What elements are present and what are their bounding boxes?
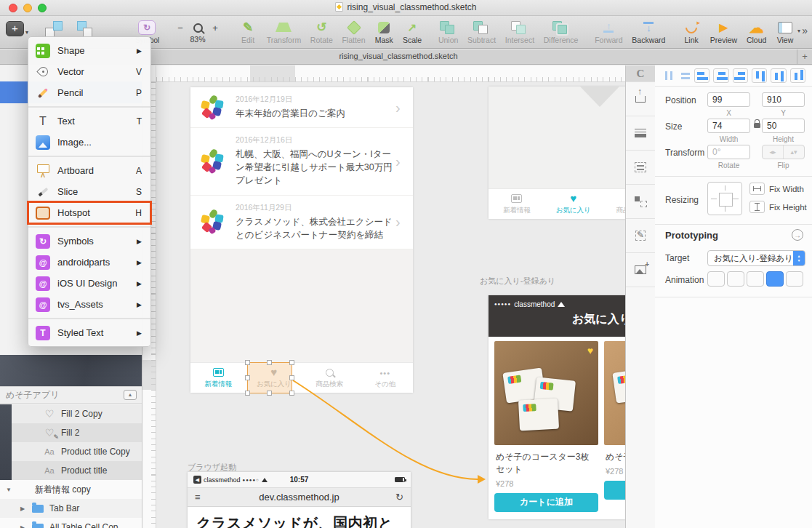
toolbar-item[interactable]: Scale [403, 20, 422, 47]
news-list-cell[interactable]: 2016年12月16日 札幌、大阪、福岡へのUターン・Iターン希望者に引越しサポ… [190, 128, 413, 195]
insert-menu-item[interactable]: tvs_Assets ▶ [28, 294, 150, 315]
notes-tool-button[interactable] [626, 151, 655, 185]
artboard-news-list[interactable]: 2016年12月19日 年末年始の営業日のご案内 › 2016年12月16日 札… [190, 87, 413, 393]
product-card[interactable]: めそ子 ¥278 [604, 341, 625, 512]
artboard-favorites-filled[interactable]: ●●●●● classmethod 9:41 AM お気に入り ♥ めそ子のコー… [489, 295, 625, 519]
url-text[interactable]: dev.classmethod.jp [188, 492, 411, 503]
layer-row[interactable]: ▶ All Table Cell Cop... [0, 518, 142, 528]
align-bottom-button[interactable] [790, 68, 805, 83]
component-tool-button[interactable]: C [626, 65, 655, 82]
disclosure-triangle-icon[interactable]: ▶ [20, 524, 32, 528]
insert-menu-item[interactable]: Hotspot H [28, 202, 150, 223]
toolbar-item[interactable]: Backward [632, 20, 665, 47]
tab-bar-item[interactable]: その他 [358, 363, 414, 393]
tab-bar-item[interactable]: 新着情報 [489, 189, 545, 219]
export-tool-button[interactable] [626, 82, 655, 116]
toolbar-item[interactable]: Rotate [310, 20, 333, 47]
disclosure-triangle-icon[interactable]: ▼ [6, 487, 17, 493]
animation-direction-button[interactable] [786, 271, 803, 287]
resize-handle[interactable] [245, 391, 250, 396]
tab-bar-item[interactable]: 商品検索 [302, 363, 358, 393]
resize-handle[interactable] [245, 375, 250, 380]
position-y-input[interactable]: 910 [762, 92, 805, 107]
flip-vertical-button[interactable]: ▴▾ [783, 145, 804, 159]
browser-url-bar[interactable]: ≡ dev.classmethod.jp ↻ [188, 487, 411, 507]
rotate-input[interactable]: 0° [707, 145, 750, 159]
animation-direction-button[interactable] [766, 271, 784, 287]
insert-menu-item[interactable]: Slice S [28, 181, 150, 202]
layer-row[interactable]: ▶ Tab Bar [0, 499, 142, 518]
add-image-tool-button[interactable] [626, 253, 655, 287]
group-button[interactable] [45, 21, 64, 37]
toolbar-item[interactable]: Preview [710, 20, 737, 47]
animation-direction-button[interactable] [727, 271, 744, 287]
hotspot-selection[interactable] [247, 362, 292, 393]
resizing-diagram-button[interactable] [707, 182, 742, 215]
align-left-button[interactable] [694, 68, 710, 83]
distribute-vertically-icon[interactable] [678, 70, 691, 81]
target-dropdown[interactable]: お気に入り-登録あり ▲▼ [707, 250, 805, 266]
insert-menu-item[interactable]: Shape ▶ [28, 40, 150, 61]
zoom-in-button[interactable]: + [212, 23, 219, 33]
canvas[interactable]: 2016年12月19日 年末年始の営業日のご案内 › 2016年12月16日 札… [156, 82, 625, 528]
toolbar-item[interactable]: View [776, 20, 795, 47]
zoom-out-button[interactable]: − [177, 23, 184, 33]
prototyping-detail-arrow[interactable]: → [792, 229, 803, 241]
resize-handle[interactable] [267, 360, 272, 365]
reload-icon[interactable]: ↻ [395, 492, 403, 503]
toolbar-item[interactable]: Flatten [342, 20, 365, 47]
layer-row[interactable]: Fill 2 [12, 423, 142, 442]
news-list-cell[interactable]: 2016年12月19日 年末年始の営業日のご案内 › [190, 87, 413, 128]
toolbar-item[interactable]: Transform [267, 20, 301, 47]
align-center-horizontal-button[interactable] [713, 68, 728, 83]
dropdown-stepper-icon[interactable]: ▲▼ [793, 251, 805, 265]
flip-horizontal-button[interactable]: ◂▸ [763, 145, 783, 159]
product-card[interactable]: ♥ めそ子のコースター3枚セット ¥278 カートに追加 [494, 341, 598, 512]
toolbar-item[interactable]: Edit [238, 20, 257, 47]
add-to-cart-button[interactable]: カートに追加 [494, 493, 598, 512]
insert-menu-item[interactable]: Styled Text ▶ [28, 322, 150, 343]
stack-tool-button[interactable] [626, 116, 655, 151]
insert-menu-item[interactable]: Image... [28, 132, 150, 153]
position-x-input[interactable]: 99 [707, 92, 750, 107]
titlebar[interactable]: rising_visual_classmethod.sketch [0, 0, 812, 16]
artboard-browser[interactable]: ◀ classmethod ●●●●○ 10:57 ≡ dev.classmet… [188, 472, 411, 528]
tab-bar-item[interactable]: お気に入り [545, 189, 602, 219]
width-input[interactable]: 74 [707, 119, 750, 133]
distribute-horizontally-icon[interactable] [662, 70, 675, 81]
tab-bar-item[interactable]: 新着情報 [190, 363, 246, 393]
resize-handle[interactable] [267, 391, 272, 396]
animation-direction-button[interactable] [747, 271, 764, 287]
add-to-cart-button[interactable] [604, 481, 625, 500]
resize-handle[interactable] [289, 375, 294, 380]
resize-handle[interactable] [289, 360, 294, 365]
toolbar-overflow-chevron[interactable]: » [802, 25, 808, 36]
align-right-button[interactable] [733, 68, 748, 83]
artboard-label[interactable]: お気に入り-登録あり [480, 276, 555, 287]
artboard-label[interactable]: ブラウザ起動 [188, 462, 236, 473]
insert-menu-item[interactable]: Pencil P [28, 82, 150, 103]
collapse-panel-button[interactable]: ▲ [124, 390, 137, 400]
lock-ratio-icon[interactable] [754, 123, 760, 128]
horizontal-ruler[interactable] [156, 65, 625, 82]
new-tab-button[interactable]: + [797, 49, 812, 64]
align-top-button[interactable] [752, 68, 767, 83]
page-header[interactable]: めそ子アプリ ▲ [0, 386, 142, 404]
insert-button[interactable]: + [6, 21, 24, 36]
fix-width-button[interactable] [749, 183, 765, 195]
edit-shape-tool-button[interactable] [626, 219, 655, 253]
insert-menu-item[interactable]: Text T [28, 111, 150, 132]
toolbar-item[interactable]: Union [438, 20, 458, 47]
insert-menu-item[interactable]: Vector V [28, 61, 150, 82]
selection-tool-button[interactable] [626, 185, 655, 219]
toolbar-item[interactable]: Cloud [747, 20, 766, 47]
toolbar-item[interactable]: Link [682, 20, 701, 47]
insert-menu-item[interactable]: Artboard A [28, 160, 150, 181]
toolbar-item[interactable]: Difference [544, 20, 579, 47]
news-list-cell[interactable]: 2016年11月29日 クラスメソッド、株式会社エクシードとのビジネスパートナー… [190, 196, 413, 249]
toolbar-item[interactable]: Intersect [505, 20, 534, 47]
layer-row[interactable]: Product title [12, 461, 142, 480]
ungroup-button[interactable] [76, 21, 95, 37]
insert-menu-item[interactable]: iOS UI Design ▶ [28, 273, 150, 294]
animation-direction-button[interactable] [707, 271, 725, 287]
